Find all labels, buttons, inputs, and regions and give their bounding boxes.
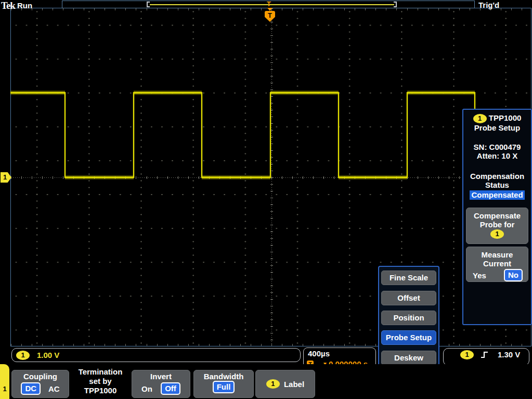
compensation-status-value: Compensated	[470, 190, 524, 200]
label-button[interactable]: 1 Label	[255, 370, 315, 398]
termination-line-3: TPP1000	[71, 386, 129, 395]
side-menu: Fine Scale Offset Position Probe Setup D…	[378, 266, 439, 370]
label-button-text: Label	[284, 380, 304, 389]
invert-off-option[interactable]: Off	[161, 382, 180, 395]
channel1-position-marker[interactable]: 1	[1, 172, 11, 183]
probe-serial-number: SN: C000479	[463, 143, 531, 151]
side-menu-item-fine-scale[interactable]: Fine Scale	[381, 271, 436, 285]
side-menu-item-probe-setup[interactable]: Probe Setup	[381, 330, 436, 345]
channel1-tab[interactable]: 1	[0, 364, 9, 399]
side-menu-item-position[interactable]: Position	[381, 311, 436, 325]
record-view-bar: T	[62, 1, 475, 8]
record-view-right-bracket	[394, 2, 397, 7]
termination-note: Termination set by TPP1000	[71, 367, 129, 395]
measure-current-yes-option[interactable]: Yes	[473, 271, 486, 280]
oscilloscope-screen: 1 Tek Run T Trig'd T 1 1.00 V 400µs T→▼0…	[0, 0, 532, 399]
measure-line-2: Current	[466, 259, 528, 268]
coupling-title: Coupling	[12, 372, 69, 381]
record-view-left-bracket	[147, 2, 150, 7]
coupling-ac-option[interactable]: AC	[48, 384, 60, 393]
bandwidth-button[interactable]: Bandwidth Full	[193, 370, 254, 398]
channel1-scale-value: 1.00 V	[37, 351, 59, 359]
acquisition-status: Run	[17, 1, 32, 10]
measure-current-button[interactable]: Measure Current Yes No	[466, 247, 528, 282]
probe-channel-badge: 1	[473, 114, 487, 123]
trigger-status: Trig'd	[478, 1, 499, 9]
compensate-probe-button[interactable]: Compensate Probe for 1	[466, 208, 528, 244]
graticule	[10, 8, 531, 346]
invert-title: Invert	[132, 372, 190, 381]
probe-model: TPP1000	[489, 113, 522, 122]
probe-panel-title: Probe Setup	[463, 123, 531, 132]
coupling-button[interactable]: Coupling DC AC	[11, 370, 69, 398]
trigger-readout: 1 1.30 V	[443, 348, 529, 366]
compensate-channel-badge: 1	[490, 229, 504, 239]
invert-on-option[interactable]: On	[141, 384, 152, 393]
probe-model-row: 1 TPP1000	[463, 113, 531, 123]
center-vertical-line	[271, 8, 272, 346]
probe-attenuation: Atten: 10 X	[463, 151, 531, 160]
side-menu-item-deskew[interactable]: Deskew	[381, 351, 436, 365]
record-view-trigger-icon: T	[267, 0, 271, 8]
termination-line-1: Termination	[71, 367, 129, 377]
tek-logo: Tek	[1, 0, 15, 11]
compensation-label-1: Compensation	[463, 172, 531, 181]
coupling-dc-option[interactable]: DC	[21, 382, 41, 395]
rising-edge-icon	[480, 350, 489, 359]
side-menu-item-offset[interactable]: Offset	[381, 291, 436, 305]
bandwidth-value: Full	[213, 381, 235, 393]
compensation-label-2: Status	[463, 181, 531, 189]
label-channel-badge: 1	[266, 379, 280, 389]
trigger-source-badge: 1	[460, 350, 474, 359]
termination-line-2: set by	[71, 377, 129, 386]
probe-setup-panel: 1 TPP1000 Probe Setup SN: C000479 Atten:…	[462, 109, 532, 325]
trigger-level-value: 1.30 V	[498, 350, 520, 359]
invert-button[interactable]: Invert On Off	[132, 370, 190, 398]
horizontal-scale-value: 400µs	[308, 349, 330, 358]
bottom-edge-ticks	[11, 344, 531, 346]
bandwidth-title: Bandwidth	[194, 372, 253, 381]
measure-current-no-option[interactable]: No	[504, 269, 523, 281]
record-view-waveform-line	[150, 4, 394, 5]
measure-line-1: Measure	[466, 250, 528, 259]
bottom-menu-bar: 1 Coupling DC AC Termination set by TPP1…	[0, 364, 532, 399]
channel1-badge: 1	[16, 351, 30, 360]
trigger-position-caret-icon	[267, 8, 273, 11]
channel1-scale-readout: 1 1.00 V	[11, 348, 301, 362]
compensate-line-1: Compensate	[466, 211, 528, 220]
compensate-line-2: Probe for	[466, 220, 528, 229]
